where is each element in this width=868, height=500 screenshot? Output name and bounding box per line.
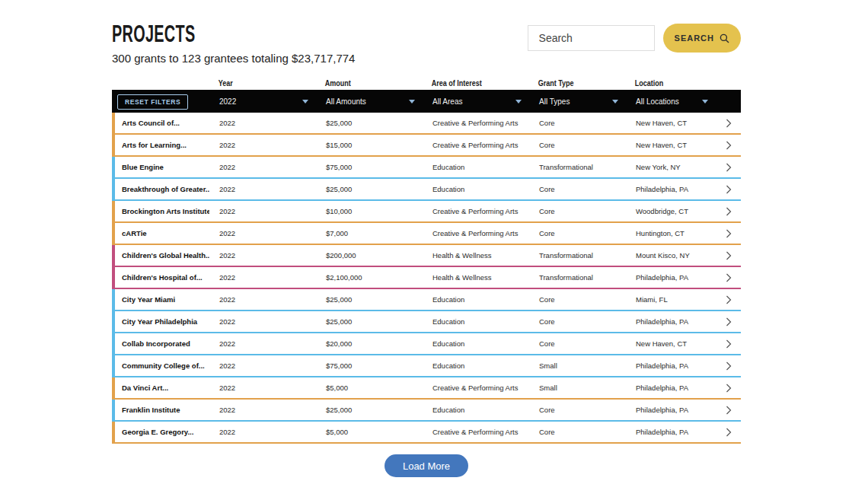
filter-value: All Types (539, 97, 570, 106)
row-detail-link[interactable] (716, 251, 741, 260)
row-detail-link[interactable] (716, 207, 741, 216)
grant-year: 2022 (209, 251, 316, 260)
table-row[interactable]: Arts Council of... 2022 $25,000 Creative… (112, 113, 741, 135)
chevron-right-icon (726, 119, 732, 128)
row-detail-link[interactable] (716, 339, 741, 349)
grant-area: Creative & Performing Arts (423, 428, 529, 436)
table-row[interactable]: Georgia E. Gregory... 2022 $5,000 Creati… (112, 422, 741, 444)
row-detail-link[interactable] (716, 119, 741, 128)
grant-type: Core (529, 229, 626, 237)
filter-dropdown-year[interactable]: 2022 (209, 90, 316, 113)
grant-amount: $25,000 (316, 317, 423, 326)
grantee-name: cARTie (115, 229, 209, 237)
search-area: SEARCH (528, 24, 741, 53)
chevron-right-icon (726, 229, 732, 238)
grant-amount: $10,000 (316, 207, 423, 215)
filter-dropdown-location[interactable]: All Locations (626, 90, 716, 113)
load-more-button[interactable]: Load More (385, 454, 468, 477)
chevron-right-icon (726, 317, 732, 326)
grant-location: Philadelphia, PA (626, 361, 716, 370)
grant-amount: $25,000 (316, 185, 423, 193)
grantee-name: City Year Miami (115, 295, 209, 304)
row-detail-link[interactable] (716, 317, 741, 326)
search-input[interactable] (528, 25, 655, 51)
grant-location: Philadelphia, PA (626, 406, 716, 414)
grant-location: Woodbridge, CT (626, 207, 716, 215)
row-detail-link[interactable] (716, 185, 741, 194)
grant-year: 2022 (209, 141, 316, 149)
row-detail-link[interactable] (716, 163, 741, 172)
filter-bar: RESET FILTERS 2022All AmountsAll AreasAl… (112, 90, 741, 113)
grant-year: 2022 (209, 428, 316, 436)
grantee-name: Community College of... (115, 361, 209, 370)
grant-amount: $25,000 (316, 406, 423, 414)
grant-location: New Haven, CT (626, 141, 716, 149)
row-detail-link[interactable] (716, 273, 741, 282)
grant-location: New Haven, CT (626, 119, 716, 127)
grant-amount: $75,000 (316, 163, 423, 171)
table-row[interactable]: cARTie 2022 $7,000 Creative & Performing… (112, 223, 741, 245)
grant-amount: $15,000 (316, 141, 423, 149)
filter-dropdown-amount[interactable]: All Amounts (316, 90, 423, 113)
title-block: PROJECTS 300 grants to 123 grantees tota… (112, 23, 355, 65)
reset-filters-button[interactable]: RESET FILTERS (117, 94, 188, 110)
grant-year: 2022 (209, 273, 316, 282)
search-button[interactable]: SEARCH (663, 24, 741, 53)
grant-area: Education (423, 185, 529, 193)
grant-type: Core (529, 406, 626, 414)
grant-year: 2022 (209, 361, 316, 370)
chevron-right-icon (726, 207, 732, 216)
grant-year: 2022 (209, 295, 316, 304)
grant-amount: $5,000 (316, 428, 423, 436)
filter-value: All Locations (636, 97, 679, 106)
column-header: Area of Interest (423, 79, 519, 88)
grant-location: Philadelphia, PA (626, 185, 716, 193)
column-header: Year (209, 79, 305, 88)
filter-dropdown-area[interactable]: All Areas (423, 90, 529, 113)
table-row[interactable]: City Year Miami 2022 $25,000 Education C… (112, 289, 741, 311)
grant-location: Philadelphia, PA (626, 273, 716, 282)
table-row[interactable]: Da Vinci Art... 2022 $5,000 Creative & P… (112, 377, 741, 400)
grant-location: Huntington, CT (626, 229, 716, 237)
table-row[interactable]: Franklin Institute 2022 $25,000 Educatio… (112, 400, 741, 422)
table-row[interactable]: Community College of... 2022 $75,000 Edu… (112, 355, 741, 377)
table-row[interactable]: Arts for Learning... 2022 $15,000 Creati… (112, 135, 741, 157)
grant-type: Core (529, 428, 626, 436)
table-row[interactable]: Collab Incorporated 2022 $20,000 Educati… (112, 333, 741, 355)
row-detail-link[interactable] (716, 229, 741, 238)
column-header: Amount (316, 79, 412, 88)
table-row[interactable]: Children's Global Health... 2022 $200,00… (112, 245, 741, 267)
row-detail-link[interactable] (716, 406, 741, 415)
table-row[interactable]: Children's Hospital of... 2022 $2,100,00… (112, 267, 741, 289)
grant-year: 2022 (209, 163, 316, 171)
grant-type: Core (529, 141, 626, 149)
load-more-wrap: Load More (112, 454, 741, 477)
chevron-down-icon (302, 100, 308, 104)
grantee-name: Franklin Institute (115, 406, 209, 414)
table-row[interactable]: Blue Engine 2022 $75,000 Education Trans… (112, 157, 741, 179)
grant-area: Creative & Performing Arts (423, 141, 529, 149)
chevron-right-icon (726, 361, 732, 371)
grant-type: Core (529, 295, 626, 304)
grant-year: 2022 (209, 185, 316, 193)
grant-area: Education (423, 361, 529, 370)
filter-dropdown-type[interactable]: All Types (529, 90, 626, 113)
table-row[interactable]: Brockington Arts Institute 2022 $10,000 … (112, 201, 741, 223)
chevron-down-icon (612, 100, 618, 104)
table-row[interactable]: Breakthrough of Greater... 2022 $25,000 … (112, 179, 741, 201)
grantee-name: Arts Council of... (115, 119, 209, 127)
row-detail-link[interactable] (716, 361, 741, 371)
row-detail-link[interactable] (716, 384, 741, 393)
chevron-right-icon (726, 273, 732, 282)
row-detail-link[interactable] (716, 141, 741, 150)
row-detail-link[interactable] (716, 428, 741, 437)
table-row[interactable]: City Year Philadelphia 2022 $25,000 Educ… (112, 311, 741, 333)
grant-type: Small (529, 361, 626, 370)
row-detail-link[interactable] (716, 295, 741, 304)
grant-year: 2022 (209, 207, 316, 215)
grant-area: Health & Wellness (423, 273, 529, 282)
grant-area: Education (423, 317, 529, 326)
grant-area: Creative & Performing Arts (423, 207, 529, 215)
grants-table: YearAmountArea of InterestGrant TypeLoca… (112, 77, 741, 444)
reset-filters-cell: RESET FILTERS (112, 94, 209, 110)
